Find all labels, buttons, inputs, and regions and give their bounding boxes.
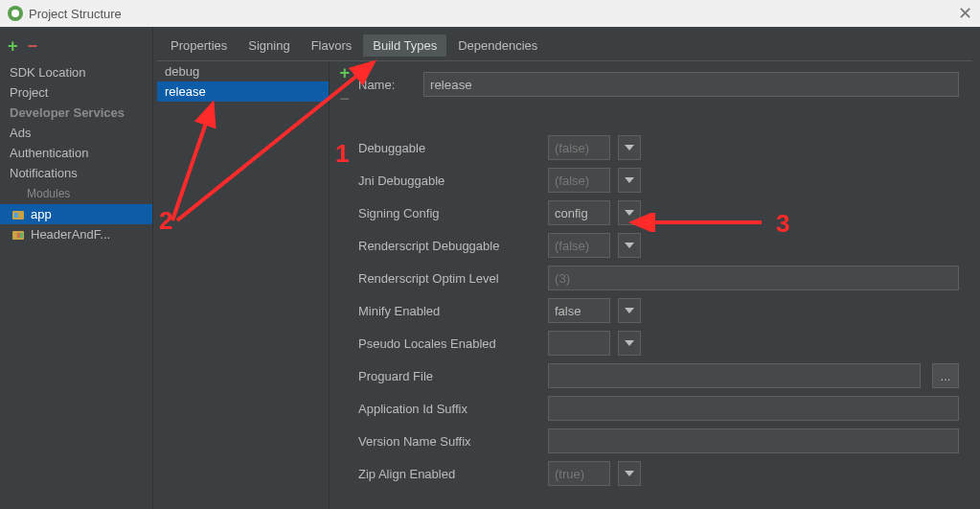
name-input[interactable] (423, 72, 959, 97)
sidebar-item-sdk-location[interactable]: SDK Location (0, 62, 152, 82)
add-build-type-button[interactable]: + (339, 63, 350, 83)
field-label: Zip Align Enabled (358, 467, 540, 481)
svg-point-0 (11, 10, 19, 17)
chevron-down-icon[interactable] (618, 135, 641, 160)
tab-flavors[interactable]: Flavors (302, 35, 362, 57)
build-types-list: debug release + − (157, 61, 330, 509)
field-label: Jni Debuggable (358, 174, 540, 188)
chevron-down-icon[interactable] (618, 331, 641, 356)
module-label: app (31, 207, 52, 221)
zip-align-enabled-combo[interactable]: (true) (548, 461, 610, 486)
chevron-down-icon[interactable] (618, 298, 641, 323)
tab-signing[interactable]: Signing (239, 35, 299, 57)
browse-button[interactable]: ... (932, 363, 959, 388)
field-label: Debuggable (358, 141, 540, 155)
window-title: Project Structure (29, 7, 122, 21)
sidebar-heading-developer-services: Developer Services (0, 103, 152, 123)
minify-enabled-combo[interactable]: false (548, 298, 610, 323)
build-type-form: Name: Debuggable(false)Jni Debuggable(fa… (330, 61, 972, 509)
combo-value: (false) (555, 239, 589, 253)
module-icon (11, 208, 25, 221)
field-label: Application Id Suffix (358, 402, 540, 416)
field-label: Signing Config (358, 206, 540, 220)
version-name-suffix-input[interactable] (548, 428, 959, 453)
build-type-release[interactable]: release (157, 81, 329, 102)
sidebar-module-header[interactable]: HeaderAndF... (0, 224, 152, 244)
field-label: Pseudo Locales Enabled (358, 336, 540, 351)
chevron-down-icon[interactable] (618, 168, 641, 193)
tab-build-types[interactable]: Build Types (363, 35, 446, 57)
name-label: Name: (358, 78, 416, 92)
combo-value: false (555, 304, 581, 318)
combo-value: (false) (555, 141, 589, 155)
pseudo-locales-enabled-combo[interactable] (548, 331, 610, 356)
field-label: Proguard File (358, 369, 540, 383)
renderscript-optim-level-input[interactable] (548, 266, 959, 290)
build-type-debug[interactable]: debug (157, 61, 329, 81)
svg-rect-2 (14, 213, 18, 218)
field-label: Renderscript Optim Level (358, 271, 540, 286)
application-id-suffix-input[interactable] (548, 396, 959, 421)
debuggable-combo[interactable]: (false) (548, 135, 610, 160)
chevron-down-icon[interactable] (618, 461, 641, 486)
sidebar-item-notifications[interactable]: Notifications (0, 163, 152, 183)
field-label: Minify Enabled (358, 304, 540, 318)
field-label: Renderscript Debuggable (358, 239, 540, 253)
combo-value: config (555, 206, 588, 220)
sidebar-heading-modules: Modules (0, 183, 152, 204)
module-icon (11, 228, 25, 242)
left-panel: + − SDK Location Project Developer Servi… (0, 27, 153, 509)
svg-rect-4 (17, 233, 20, 238)
sidebar-item-project[interactable]: Project (0, 82, 152, 103)
remove-module-button[interactable]: − (28, 36, 38, 57)
tab-dependencies[interactable]: Dependencies (448, 35, 547, 57)
jni-debuggable-combo[interactable]: (false) (548, 168, 610, 193)
renderscript-debuggable-combo[interactable]: (false) (548, 233, 610, 258)
field-label: Version Name Suffix (358, 434, 540, 449)
combo-value: (true) (555, 467, 584, 481)
add-module-button[interactable]: + (8, 36, 18, 57)
tab-properties[interactable]: Properties (161, 35, 237, 57)
sidebar-item-ads[interactable]: Ads (0, 123, 152, 143)
proguard-file-input[interactable] (548, 363, 921, 388)
module-label: HeaderAndF... (31, 227, 110, 242)
remove-build-type-button[interactable]: − (339, 89, 350, 109)
sidebar-item-authentication[interactable]: Authentication (0, 143, 152, 163)
signing-config-combo[interactable]: config (548, 200, 610, 225)
combo-value: (false) (555, 174, 589, 188)
sidebar-module-app[interactable]: app (0, 204, 152, 224)
app-icon (8, 6, 23, 21)
title-bar: Project Structure ✕ (0, 0, 980, 27)
chevron-down-icon[interactable] (618, 200, 641, 225)
svg-rect-5 (20, 233, 23, 238)
close-icon[interactable]: ✕ (958, 3, 972, 24)
tabs-bar: Properties Signing Flavors Build Types D… (153, 27, 980, 57)
chevron-down-icon[interactable] (618, 233, 641, 258)
